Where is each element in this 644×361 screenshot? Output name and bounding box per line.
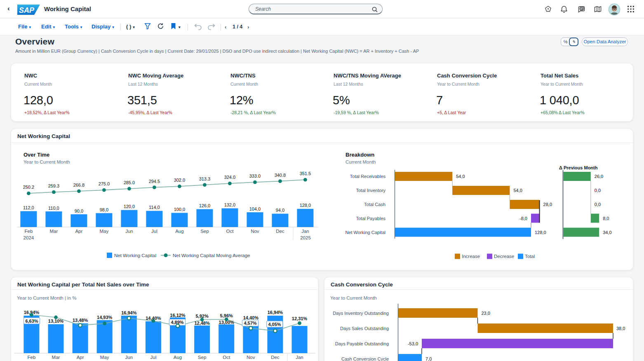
svg-text:7,0: 7,0 <box>425 356 432 361</box>
svg-text:250.2: 250.2 <box>23 185 35 190</box>
svg-text:12,31%: 12,31% <box>292 316 308 321</box>
svg-text:Jul: Jul <box>151 229 157 234</box>
svg-text:Year to Current Month: Year to Current Month <box>330 295 377 300</box>
svg-text:16,12%: 16,12% <box>170 313 186 318</box>
svg-text:94,0: 94,0 <box>276 208 284 213</box>
svg-text:54,0: 54,0 <box>513 188 522 193</box>
svg-text:Days Inventory Outstanding: Days Inventory Outstanding <box>333 311 389 316</box>
svg-text:Mar: Mar <box>52 355 60 360</box>
svg-text:Dec: Dec <box>276 229 284 234</box>
svg-text:Oct: Oct <box>226 229 234 234</box>
svg-text:28,0: 28,0 <box>543 202 552 207</box>
svg-text:Total: Total <box>525 254 535 259</box>
svg-text:98,0: 98,0 <box>100 207 108 212</box>
svg-text:Total Inventory: Total Inventory <box>356 188 385 193</box>
svg-text:5,92%: 5,92% <box>195 314 208 319</box>
svg-text:14,93%: 14,93% <box>97 315 113 320</box>
svg-text:May: May <box>100 229 109 234</box>
svg-text:259.3: 259.3 <box>48 183 60 188</box>
svg-text:2025: 2025 <box>300 235 311 240</box>
svg-text:Jun: Jun <box>125 229 133 234</box>
svg-text:Total Receivables: Total Receivables <box>350 174 386 179</box>
svg-text:Jul: Jul <box>150 355 157 360</box>
svg-text:351.5: 351.5 <box>300 171 311 176</box>
svg-text:275.0: 275.0 <box>99 181 110 186</box>
svg-text:5,96%: 5,96% <box>220 313 233 318</box>
svg-text:Net Working Capital: Net Working Capital <box>345 230 385 235</box>
svg-text:324.0: 324.0 <box>224 175 236 180</box>
svg-text:Δ Previous Month: Δ Previous Month <box>559 165 598 170</box>
svg-text:110,0: 110,0 <box>48 206 59 211</box>
svg-text:54,0: 54,0 <box>456 174 465 179</box>
svg-text:6,63%: 6,63% <box>25 319 38 323</box>
svg-text:128,0: 128,0 <box>300 203 311 208</box>
svg-text:Total Cash: Total Cash <box>364 202 385 207</box>
svg-text:126,0: 126,0 <box>199 203 211 208</box>
svg-text:Feb: Feb <box>27 355 35 360</box>
svg-text:Days Sales Outstanding: Days Sales Outstanding <box>340 326 389 331</box>
svg-text:333.0: 333.0 <box>249 173 261 178</box>
svg-text:0,0: 0,0 <box>595 202 601 207</box>
svg-text:112,0: 112,0 <box>23 205 34 210</box>
svg-text:313.3: 313.3 <box>199 176 211 181</box>
svg-text:-53,0: -53,0 <box>408 341 418 346</box>
svg-text:Apr: Apr <box>75 229 82 234</box>
svg-text:2024: 2024 <box>24 235 34 240</box>
svg-text:120,0: 120,0 <box>124 204 135 209</box>
svg-text:Apr: Apr <box>77 355 84 360</box>
svg-text:Aug: Aug <box>174 355 182 360</box>
svg-text:Nov: Nov <box>247 355 255 360</box>
svg-text:May: May <box>100 355 109 360</box>
svg-text:Oct: Oct <box>223 355 230 360</box>
svg-text:Total Payables: Total Payables <box>356 216 385 221</box>
svg-text:13,48%: 13,48% <box>73 318 88 323</box>
svg-text:340.8: 340.8 <box>275 173 286 178</box>
svg-text:Days Payable Outstanding: Days Payable Outstanding <box>335 341 389 346</box>
svg-text:Feb: Feb <box>24 229 33 234</box>
svg-text:34,0: 34,0 <box>603 230 611 235</box>
svg-text:104,0: 104,0 <box>249 206 261 211</box>
svg-text:Net Working Capital: Net Working Capital <box>114 253 156 258</box>
svg-text:23,0: 23,0 <box>482 311 490 316</box>
svg-text:38,0: 38,0 <box>616 326 625 331</box>
svg-text:Jan: Jan <box>301 229 309 234</box>
svg-text:Year to Current Month: Year to Current Month <box>24 159 70 164</box>
svg-text:Jun: Jun <box>125 355 133 360</box>
svg-text:100,0: 100,0 <box>174 207 186 212</box>
svg-text:8,0: 8,0 <box>603 216 609 221</box>
svg-text:16,94%: 16,94% <box>121 310 137 315</box>
svg-text:Decrease: Decrease <box>494 254 514 259</box>
svg-text:Jan: Jan <box>296 355 303 360</box>
svg-text:Cash Conversion Cycle: Cash Conversion Cycle <box>341 356 389 361</box>
svg-text:16,94%: 16,94% <box>268 310 283 315</box>
svg-text:Sep: Sep <box>200 229 209 234</box>
svg-text:4,05%: 4,05% <box>268 322 281 327</box>
svg-text:4,57%: 4,57% <box>244 321 256 326</box>
svg-text:Aug: Aug <box>175 229 183 234</box>
svg-text:Net Working Capital Moving Ave: Net Working Capital Moving Average <box>173 253 250 258</box>
svg-text:132,0: 132,0 <box>224 202 236 207</box>
svg-text:266.8: 266.8 <box>73 183 85 188</box>
svg-text:285.0: 285.0 <box>124 180 135 185</box>
svg-text:13,10%: 13,10% <box>48 319 64 323</box>
svg-text:90,0: 90,0 <box>75 209 83 213</box>
svg-text:114,0: 114,0 <box>149 205 160 210</box>
svg-text:Year to Current Month | in %: Year to Current Month | in % <box>17 295 76 300</box>
svg-text:Increase: Increase <box>462 254 480 259</box>
svg-text:302.0: 302.0 <box>174 178 186 183</box>
svg-text:Sep: Sep <box>198 355 206 360</box>
svg-text:Over Time: Over Time <box>24 152 49 158</box>
svg-text:Nov: Nov <box>251 229 259 234</box>
svg-text:Breakdown: Breakdown <box>346 152 374 158</box>
svg-text:Mar: Mar <box>49 229 58 234</box>
svg-text:128,0: 128,0 <box>535 230 546 235</box>
svg-text:Current Month: Current Month <box>346 159 376 164</box>
svg-text:294.5: 294.5 <box>149 179 160 184</box>
svg-text:Dec: Dec <box>271 355 280 360</box>
svg-text:-8,0: -8,0 <box>519 216 527 221</box>
svg-text:0,0: 0,0 <box>595 188 601 193</box>
svg-text:26,0: 26,0 <box>595 174 603 179</box>
svg-text:14,40%: 14,40% <box>243 315 259 320</box>
